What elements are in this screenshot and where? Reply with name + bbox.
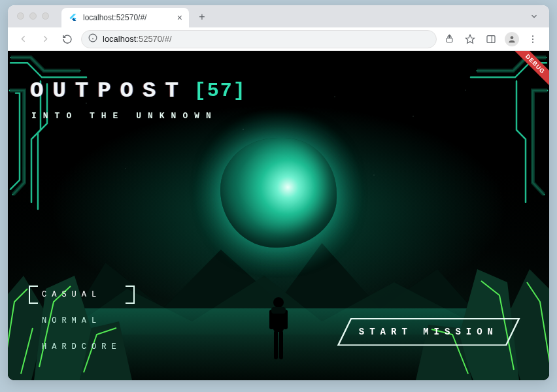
difficulty-label: NORMAL [42,316,101,325]
game-title: OUTPOST [57] [30,78,246,103]
svg-point-17 [273,297,284,308]
panel-icon[interactable] [484,32,498,46]
browser-window: localhost:52570/#/ × + localhost:52570/#… [8,5,549,380]
page-viewport: OUTPOST [57] INTO THE UNKNOWN CASUAL NOR… [8,51,549,380]
back-button[interactable] [14,31,31,48]
bookmark-star-icon[interactable] [463,32,477,46]
traffic-close-icon[interactable] [17,12,24,20]
tab-close-icon[interactable]: × [177,13,182,22]
traffic-min-icon[interactable] [29,12,37,20]
svg-rect-21 [274,331,278,359]
new-tab-button[interactable]: + [193,8,211,26]
title-main: OUTPOST [30,78,188,103]
window-controls[interactable] [17,12,49,20]
game-scene: OUTPOST [57] INTO THE UNKNOWN CASUAL NOR… [8,51,549,380]
url-text: localhost:52570/#/ [103,34,172,44]
player-silhouette-icon [265,294,292,366]
tab-title: localhost:52570/#/ [83,13,172,22]
svg-rect-22 [279,331,283,359]
site-info-icon[interactable] [88,33,97,44]
svg-rect-23 [271,307,286,314]
difficulty-hardcore[interactable]: HARDCORE [30,340,133,354]
browser-toolbar: localhost:52570/#/ [8,27,549,51]
browser-tab[interactable]: localhost:52570/#/ × [61,8,189,27]
reload-button[interactable] [59,31,76,48]
address-bar[interactable]: localhost:52570/#/ [81,30,437,48]
start-mission-button[interactable]: START MISSION [337,318,520,346]
traffic-max-icon[interactable] [42,12,49,20]
flutter-favicon-icon [68,13,78,23]
asteroid-orb [216,134,341,252]
svg-point-9 [532,38,533,39]
svg-point-10 [532,41,533,42]
difficulty-casual[interactable]: CASUAL [30,287,133,302]
svg-marker-4 [465,35,474,43]
profile-avatar[interactable] [505,32,519,46]
svg-rect-5 [487,35,495,42]
svg-point-7 [511,36,514,39]
share-icon[interactable] [442,32,456,46]
tab-overflow-icon[interactable] [530,12,539,24]
svg-point-8 [532,35,533,37]
menu-kebab-icon[interactable] [526,32,540,46]
tab-strip: localhost:52570/#/ × + [8,5,549,27]
rocks-right [412,230,549,380]
title-badge: [57] [194,80,246,102]
toolbar-right [442,32,543,46]
difficulty-label: CASUAL [42,290,101,299]
game-subtitle: INTO THE UNKNOWN [31,111,218,121]
forward-button[interactable] [37,31,54,48]
svg-rect-3 [447,38,452,42]
difficulty-menu: CASUAL NORMAL HARDCORE [30,287,133,354]
difficulty-label: HARDCORE [42,342,122,351]
start-label: START MISSION [359,327,498,337]
difficulty-normal[interactable]: NORMAL [30,314,133,328]
